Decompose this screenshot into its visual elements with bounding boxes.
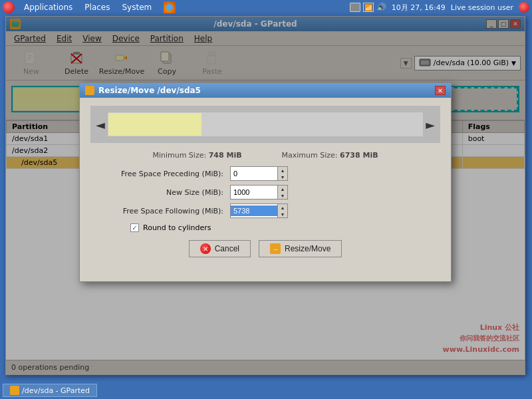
taskbar-gparted-icon: [10, 386, 19, 395]
free-preceding-input[interactable]: [231, 168, 277, 179]
dialog-overlay: Resize/Move /dev/sda5 ✕ ◄ ► Minim: [6, 17, 525, 374]
network-icon: 📶: [363, 3, 374, 12]
top-bar-right: 📶 🔊 10月 27, 16:49 Live session user: [350, 2, 529, 13]
round-cylinders-checkbox[interactable]: [130, 223, 139, 232]
dialog-close-button[interactable]: ✕: [435, 86, 446, 95]
free-following-input[interactable]: [231, 205, 277, 216]
bottom-taskbar: /dev/sda - GParted: [0, 382, 532, 399]
sys-tray: 📶 🔊: [350, 3, 386, 12]
free-following-row: Free Space Following (MiB): ▲ ▼: [90, 203, 440, 218]
round-cylinders-row: Round to cylinders: [130, 223, 440, 232]
round-cylinders-label: Round to cylinders: [143, 223, 211, 232]
firefox-icon[interactable]: [164, 1, 176, 13]
new-size-input-group[interactable]: ▲ ▼: [230, 185, 288, 200]
new-size-label: New Size (MiB):: [90, 188, 230, 197]
taskbar-gparted[interactable]: /dev/sda - GParted: [3, 384, 97, 397]
free-following-input-group[interactable]: ▲ ▼: [230, 203, 288, 218]
new-size-up[interactable]: ▲: [278, 186, 287, 192]
dialog-title-bar: Resize/Move /dev/sda5 ✕: [80, 83, 451, 98]
new-size-row: New Size (MiB): ▲ ▼: [90, 185, 440, 200]
min-size-label: Minimum Size: 748 MiB: [152, 151, 241, 160]
new-size-down[interactable]: ▼: [278, 192, 287, 199]
free-preceding-input-group[interactable]: ▲ ▼: [230, 166, 288, 181]
resize-move-dialog: Resize/Move /dev/sda5 ✕ ◄ ► Minim: [79, 82, 452, 282]
new-size-spinner: ▲ ▼: [277, 186, 287, 199]
volume-icon: 🔊: [376, 3, 386, 12]
size-info-row: Minimum Size: 748 MiB Maximum Size: 6738…: [90, 151, 440, 160]
dialog-buttons: ✕ Cancel → Resize/Move: [90, 240, 440, 263]
datetime: 10月 27, 16:49: [392, 3, 446, 13]
partition-bar-container: ◄ ►: [90, 106, 440, 143]
dialog-icon: [85, 86, 94, 95]
free-preceding-up[interactable]: ▲: [278, 167, 287, 174]
dialog-title-text: Resize/Move /dev/sda5: [98, 86, 201, 95]
ubuntu-icon: [3, 1, 15, 13]
arrow-right[interactable]: ►: [426, 118, 435, 132]
dialog-body: ◄ ► Minimum Size: 748 MiB Maximum Size:: [80, 98, 451, 271]
free-following-up[interactable]: ▲: [278, 204, 287, 211]
new-size-input[interactable]: [231, 187, 277, 198]
session-user: Live session user: [451, 3, 513, 12]
arrow-left[interactable]: ◄: [96, 118, 105, 132]
taskbar-item-label: /dev/sda - GParted: [22, 386, 90, 395]
monitor-icon: [350, 3, 360, 12]
cancel-button[interactable]: ✕ Cancel: [189, 240, 251, 257]
resize-move-confirm-button[interactable]: → Resize/Move: [259, 240, 342, 257]
places-menu[interactable]: Places: [79, 1, 115, 13]
main-window: /dev/sda - GParted _ □ ✕ GParted Edit Vi…: [5, 16, 525, 375]
used-portion: [108, 112, 202, 136]
free-preceding-row: Free Space Preceding (MiB): ▲ ▼: [90, 166, 440, 181]
top-menu-bar: Applications Places System 📶 🔊 10月 27, 1…: [0, 0, 532, 15]
free-preceding-spinner: ▲ ▼: [277, 167, 287, 180]
free-following-spinner: ▲ ▼: [277, 204, 287, 217]
applications-menu[interactable]: Applications: [19, 1, 78, 13]
free-following-label: Free Space Following (MiB):: [90, 207, 230, 215]
session-icon: [519, 2, 529, 13]
free-preceding-label: Free Space Preceding (MiB):: [90, 170, 230, 178]
max-size-label: Maximum Size: 6738 MiB: [282, 151, 378, 160]
system-menu[interactable]: System: [116, 1, 157, 13]
free-following-down[interactable]: ▼: [278, 211, 287, 217]
free-preceding-down[interactable]: ▼: [278, 174, 287, 180]
top-bar-left: Applications Places System: [3, 1, 176, 13]
resize-confirm-icon: →: [270, 243, 281, 254]
free-portion: [202, 112, 423, 136]
partition-visual-bar: [108, 112, 423, 136]
cancel-icon: ✕: [200, 243, 211, 254]
